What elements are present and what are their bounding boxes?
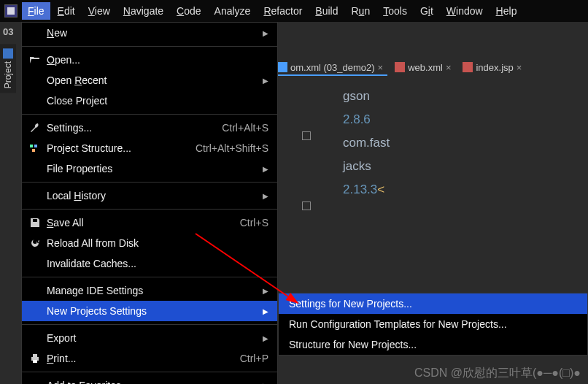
submenuitem-structure-for-new-projects-[interactable]: Structure for New Projects... bbox=[279, 334, 587, 355]
print-icon bbox=[29, 353, 41, 364]
blank-icon bbox=[29, 74, 41, 86]
fold-marker-icon[interactable] bbox=[302, 131, 311, 140]
svg-rect-0 bbox=[7, 7, 15, 15]
menuitem-label: New bbox=[47, 27, 257, 39]
code-line: gson bbox=[314, 85, 588, 108]
menuitem-label: File Properties bbox=[47, 163, 257, 174]
editor-tab[interactable]: web.xml× bbox=[390, 61, 455, 76]
submenu-arrow-icon: ▶ bbox=[263, 29, 268, 37]
xml-blue-icon bbox=[277, 62, 287, 72]
shortcut: Ctrl+Alt+Shift+S bbox=[196, 142, 268, 154]
menuitem-local-history[interactable]: Local History▶ bbox=[22, 185, 277, 206]
close-icon[interactable]: × bbox=[446, 62, 452, 73]
shortcut: Ctrl+S bbox=[240, 217, 268, 229]
editor-tab[interactable]: om.xml (03_demo2)× bbox=[273, 61, 387, 76]
menubar: FileEditViewNavigateCodeAnalyzeRefactorB… bbox=[0, 0, 588, 22]
submenu-arrow-icon: ▶ bbox=[263, 192, 268, 200]
file-menu-dropdown: New▶Open...Open Recent▶Close ProjectSett… bbox=[21, 22, 278, 384]
menuitem-print-[interactable]: Print...Ctrl+P bbox=[22, 348, 277, 369]
menu-build[interactable]: Build bbox=[309, 2, 344, 20]
svg-rect-9 bbox=[463, 62, 473, 72]
blank-icon bbox=[29, 380, 41, 384]
menu-view[interactable]: View bbox=[82, 2, 116, 20]
app-logo bbox=[4, 4, 18, 18]
menuitem-add-to-favorites[interactable]: Add to Favorites▶ bbox=[22, 375, 277, 384]
editor-toolbar-gap bbox=[277, 22, 588, 57]
shortcut: Ctrl+P bbox=[240, 353, 268, 364]
blank-icon bbox=[29, 285, 41, 296]
menuitem-invalidate-caches-[interactable]: Invalidate Caches... bbox=[22, 253, 277, 274]
menuitem-manage-ide-settings[interactable]: Manage IDE Settings▶ bbox=[22, 280, 277, 301]
menuitem-settings-[interactable]: Settings...Ctrl+Alt+S bbox=[22, 118, 277, 138]
project-toolwindow-tab[interactable]: Project bbox=[0, 44, 16, 93]
blank-icon bbox=[29, 95, 41, 107]
menu-git[interactable]: Git bbox=[414, 2, 439, 20]
svg-rect-2 bbox=[34, 145, 37, 147]
svg-rect-8 bbox=[395, 62, 405, 72]
tab-label: om.xml (03_demo2) bbox=[290, 62, 375, 73]
menuitem-label: Save All bbox=[47, 217, 234, 229]
blank-icon bbox=[29, 163, 41, 174]
menuitem-reload-all-from-disk[interactable]: Reload All from Disk bbox=[22, 233, 277, 253]
menu-code[interactable]: Code bbox=[171, 2, 206, 20]
menuitem-close-project[interactable]: Close Project bbox=[22, 91, 277, 111]
menu-analyze[interactable]: Analyze bbox=[209, 2, 257, 20]
menuitem-open-recent[interactable]: Open Recent▶ bbox=[22, 70, 277, 91]
tab-label: index.jsp bbox=[476, 62, 513, 73]
code-line: com.fast bbox=[314, 131, 588, 155]
jsp-icon bbox=[463, 62, 473, 72]
folder-open-icon bbox=[29, 54, 41, 66]
shortcut: Ctrl+Alt+S bbox=[222, 122, 268, 134]
new-projects-settings-submenu: Settings for New Projects...Run Configur… bbox=[278, 293, 588, 356]
svg-rect-6 bbox=[33, 360, 37, 363]
menu-file[interactable]: File bbox=[22, 2, 50, 20]
blank-icon bbox=[29, 332, 41, 344]
svg-rect-7 bbox=[277, 62, 287, 72]
menu-tools[interactable]: Tools bbox=[377, 2, 413, 20]
menuitem-label: Open Recent bbox=[47, 74, 257, 86]
submenu-arrow-icon: ▶ bbox=[263, 334, 268, 342]
submenu-arrow-icon: ▶ bbox=[263, 382, 268, 385]
save-icon bbox=[29, 217, 41, 229]
menuitem-new[interactable]: New▶ bbox=[22, 23, 277, 43]
menuitem-label: Print... bbox=[47, 353, 234, 364]
menuitem-label: Export bbox=[47, 332, 257, 344]
menuitem-new-projects-settings[interactable]: New Projects Settings▶ bbox=[22, 301, 277, 321]
menuitem-label: Local History bbox=[47, 190, 257, 201]
reload-icon bbox=[29, 237, 41, 249]
menuitem-export[interactable]: Export▶ bbox=[22, 328, 277, 348]
menuitem-label: Reload All from Disk bbox=[47, 237, 268, 249]
menu-refactor[interactable]: Refactor bbox=[258, 2, 308, 20]
close-icon[interactable]: × bbox=[378, 62, 384, 73]
menuitem-save-all[interactable]: Save AllCtrl+S bbox=[22, 212, 277, 233]
blank-icon bbox=[29, 27, 41, 39]
menuitem-file-properties[interactable]: File Properties▶ bbox=[22, 158, 277, 179]
svg-rect-3 bbox=[32, 149, 35, 152]
close-icon[interactable]: × bbox=[517, 62, 522, 73]
code-line: 2.8.6 bbox=[314, 108, 588, 131]
menu-window[interactable]: Window bbox=[441, 2, 489, 20]
submenuitem-run-configuration-templates-for-new-projects-[interactable]: Run Configuration Templates for New Proj… bbox=[279, 314, 587, 334]
menuitem-label: Open... bbox=[47, 54, 268, 66]
code-content[interactable]: gson2.8.6com.fastjacks2.13.3< bbox=[270, 79, 588, 201]
blank-icon bbox=[29, 190, 41, 201]
menuitem-label: Project Structure... bbox=[47, 142, 190, 154]
menuitem-project-structure-[interactable]: Project Structure...Ctrl+Alt+Shift+S bbox=[22, 138, 277, 158]
tab-label: web.xml bbox=[408, 62, 443, 73]
menuitem-open-[interactable]: Open... bbox=[22, 50, 277, 70]
menu-help[interactable]: Help bbox=[490, 2, 523, 20]
submenu-arrow-icon: ▶ bbox=[263, 165, 268, 173]
wrench-icon bbox=[29, 122, 41, 134]
menu-run[interactable]: Run bbox=[345, 2, 376, 20]
menu-navigate[interactable]: Navigate bbox=[117, 2, 169, 20]
blank-icon bbox=[29, 305, 41, 317]
project-number: 03 bbox=[3, 26, 13, 37]
menuitem-label: Invalidate Caches... bbox=[47, 258, 268, 269]
menuitem-label: Manage IDE Settings bbox=[47, 285, 257, 296]
editor-tab[interactable]: index.jsp× bbox=[458, 61, 526, 76]
menu-edit[interactable]: Edit bbox=[52, 2, 81, 20]
project-icon bbox=[3, 48, 13, 58]
submenuitem-settings-for-new-projects-[interactable]: Settings for New Projects... bbox=[279, 293, 587, 314]
fold-marker-icon[interactable] bbox=[302, 201, 311, 210]
code-line: 2.13.3< bbox=[314, 178, 588, 201]
